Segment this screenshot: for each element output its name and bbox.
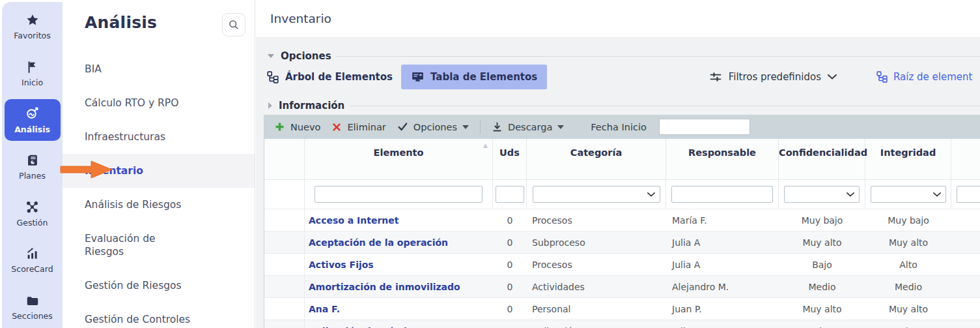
column-header-categoria[interactable]: Categoría — [527, 139, 666, 179]
start-date-input[interactable] — [659, 119, 750, 135]
caret-down-icon — [557, 125, 564, 129]
uds-cell: 0 — [493, 254, 527, 275]
uds-cell: 0 — [493, 231, 527, 253]
nav-item-calculo-rto-rpo[interactable]: Cálculo RTO y RPO — [63, 86, 255, 120]
partial-cell — [951, 276, 980, 297]
new-button[interactable]: Nuevo — [272, 121, 323, 132]
confidencialidad-filter-select[interactable] — [784, 186, 860, 203]
expand-triangle-icon — [268, 102, 272, 109]
nav-item-analisis-de-riesgos[interactable]: Análisis de Riesgos — [63, 188, 255, 222]
nav-item-gestion-de-controles[interactable]: Gestión de Controles — [63, 303, 255, 328]
tree-icon — [267, 71, 279, 83]
rail-item-analisis[interactable]: Análisis — [5, 99, 61, 141]
table-filter-row — [264, 179, 980, 209]
rail-item-label: Planes — [19, 171, 46, 181]
confidencialidad-cell: Alto — [779, 320, 865, 328]
delete-x-icon — [331, 122, 342, 132]
chevron-down-icon — [828, 74, 837, 80]
partial-filter-input[interactable] — [957, 186, 980, 203]
categoria-cell: Procesos — [527, 254, 666, 275]
filter-cell — [666, 180, 779, 209]
root-element-label: Raíz de element — [893, 71, 972, 83]
nav-item-gestion-de-riesgos[interactable]: Gestión de Riesgos — [63, 269, 255, 303]
sort-asc-icon[interactable]: ▲ — [483, 142, 488, 149]
rail-item-inicio[interactable]: Inicio — [5, 53, 61, 95]
delete-button-label: Eliminar — [347, 122, 385, 132]
confidencialidad-cell: Muy alto — [779, 298, 865, 320]
info-section-label: Información — [279, 100, 344, 112]
table-row[interactable]: Acceso a Internet0ProcesosMaría F.Muy ba… — [264, 209, 980, 231]
element-link[interactable]: Amortización de inmovilizado — [305, 276, 493, 297]
rail-item-planes[interactable]: Planes — [5, 146, 61, 188]
table-row[interactable]: Activos Fijos0ProcesosJulia ABajoAlto — [264, 253, 980, 275]
column-header-elemento[interactable]: Elemento ▲ — [305, 139, 493, 179]
delete-button[interactable]: Eliminar — [329, 122, 388, 132]
integridad-cell: Muy bajo — [865, 209, 951, 231]
filter-cell — [865, 180, 951, 209]
nav-item-infraestructuras[interactable]: Infraestructuras — [63, 120, 255, 154]
root-element-link[interactable]: Raíz de element — [876, 65, 972, 89]
download-dropdown-label: Descarga — [508, 122, 552, 132]
uds-filter-input[interactable] — [496, 186, 524, 203]
nav-item-evaluacion-de-riesgos[interactable]: Evaluación de Riesgos — [63, 222, 255, 269]
select-column-header — [264, 139, 305, 179]
table-row[interactable]: Aplicación de Nóminas0AplicaciónJulia AA… — [264, 320, 980, 328]
partial-cell — [951, 320, 980, 328]
rail-item-secciones[interactable]: Secciones — [5, 286, 61, 328]
download-icon — [492, 121, 503, 132]
uds-cell: 0 — [493, 209, 527, 231]
table-row[interactable]: Amortización de inmovilizado0Actividades… — [264, 275, 980, 297]
download-dropdown-button[interactable]: Descarga — [489, 121, 567, 132]
categoria-filter-select[interactable] — [533, 186, 660, 203]
element-link[interactable]: Activos Fijos — [305, 254, 493, 275]
table-row[interactable]: Aceptación de la operación0SubprocesoJul… — [264, 231, 980, 253]
info-section-header[interactable]: Información — [256, 99, 980, 112]
column-header-confidencialidad[interactable]: Confidencialidad — [779, 139, 865, 179]
options-section-header[interactable]: Opciones — [256, 50, 980, 63]
uds-cell: 0 — [493, 298, 527, 320]
element-link[interactable]: Acceso a Internet — [305, 209, 493, 231]
element-link[interactable]: Aceptación de la operación — [305, 231, 493, 253]
column-header-integridad[interactable]: Integridad — [865, 139, 951, 179]
table-toolbar: Nuevo Eliminar Opciones Descarga Fecha I… — [264, 115, 980, 139]
chevron-down-icon — [847, 192, 854, 197]
uds-cell: 0 — [493, 276, 527, 297]
tree-view-button[interactable]: Árbol de Elementos — [257, 65, 402, 89]
predefined-filters-label: Filtros predefinidos — [729, 71, 821, 83]
integridad-cell: Muy alto — [865, 231, 951, 253]
rail-item-favoritos[interactable]: Favoritos — [5, 6, 61, 48]
nav-search-button[interactable] — [222, 13, 245, 37]
column-header-uds[interactable]: Uds — [493, 139, 527, 179]
options-dropdown-button[interactable]: Opciones — [395, 122, 471, 132]
responsable-cell: Julia A — [666, 231, 779, 253]
column-header-responsable[interactable]: Responsable — [666, 139, 779, 179]
element-link[interactable]: Aplicación de Nóminas — [305, 320, 493, 328]
integridad-cell: Alto — [865, 320, 951, 328]
elemento-filter-input[interactable] — [315, 186, 483, 203]
section-rule — [337, 56, 980, 57]
rail-item-gestion[interactable]: Gestión — [5, 193, 61, 235]
network-icon — [25, 200, 40, 215]
table-view-button[interactable]: Tabla de Elementos — [401, 65, 547, 89]
options-dropdown-label: Opciones — [413, 122, 457, 132]
options-section-label: Opciones — [281, 50, 331, 62]
caret-down-icon — [462, 125, 469, 129]
table-view-label: Tabla de Elementos — [430, 71, 537, 83]
predefined-filters-button[interactable]: Filtros predefinidos — [709, 65, 837, 89]
row-select-cell — [264, 276, 305, 297]
star-icon — [25, 13, 40, 27]
uds-cell: 0 — [493, 320, 527, 328]
table-row[interactable]: Ana F.0PersonalJuan P.Muy altoMuy alto — [264, 297, 980, 320]
confidencialidad-cell: Medio — [779, 276, 865, 297]
integridad-filter-select[interactable] — [871, 186, 946, 203]
responsable-filter-input[interactable] — [671, 186, 773, 203]
nav-panel-title: Análisis — [85, 13, 157, 32]
confidencialidad-cell: Muy alto — [779, 231, 865, 253]
tree-view-label: Árbol de Elementos — [285, 71, 393, 83]
element-link[interactable]: Ana F. — [305, 298, 493, 320]
nav-item-bia[interactable]: BIA — [63, 52, 255, 86]
integridad-cell: Alto — [865, 254, 951, 275]
rail-item-scorecard[interactable]: ScoreCard — [5, 240, 61, 282]
rail-item-label: Secciones — [12, 311, 53, 321]
rail-item-label: Inicio — [21, 78, 43, 87]
